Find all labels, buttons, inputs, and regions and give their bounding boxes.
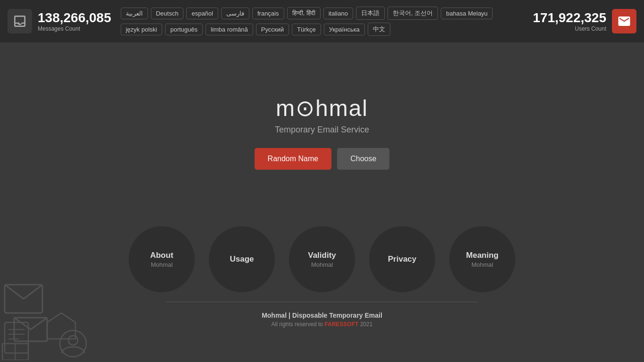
circle-title: Usage (230, 255, 254, 264)
language-button[interactable]: język polski (121, 24, 162, 35)
header-right: 171,922,325 Users Count (533, 9, 636, 33)
language-button[interactable]: 中文 (368, 23, 390, 36)
language-button[interactable]: français (252, 8, 284, 19)
users-label: Users Count (575, 25, 606, 32)
circle-title: About (150, 251, 173, 260)
language-button[interactable]: 한국어, 조선어 (388, 7, 438, 20)
circle-item[interactable]: AboutMohmal (129, 226, 195, 292)
mail-icon-box[interactable] (612, 9, 636, 33)
language-button[interactable]: limba română (206, 24, 253, 35)
circle-item[interactable]: MeaningMohmal (449, 226, 515, 292)
circle-subtitle: Mohmal (311, 261, 333, 268)
footer-divider (166, 302, 478, 302)
svg-point-8 (68, 336, 78, 345)
random-name-button[interactable]: Random Name (255, 148, 332, 170)
footer-copy-text: All rights reserved to (272, 321, 325, 328)
tagline: Temporary Email Service (275, 125, 369, 135)
footer-year: 2021 (358, 321, 372, 328)
circle-title: Validity (308, 251, 336, 260)
circle-subtitle: Mohmal (471, 261, 493, 268)
circle-title: Meaning (466, 251, 499, 260)
messages-label: Messages Count (38, 25, 111, 32)
svg-rect-9 (2, 344, 28, 360)
language-button[interactable]: español (186, 8, 218, 19)
language-button[interactable]: Türkçe (292, 24, 321, 35)
language-button[interactable]: bahasa Melayu (441, 8, 493, 19)
choose-button[interactable]: Choose (337, 148, 389, 170)
inbox-icon-box (8, 9, 32, 33)
footer: Mohmal | Disposable Temporary Email All … (0, 312, 644, 332)
languages-list: العربيةDeutschespañolفارسیfrançaisहिन्दी… (121, 7, 524, 36)
messages-count: 138,266,085 (38, 10, 111, 25)
inbox-icon (12, 14, 27, 29)
circle-item[interactable]: ValidityMohmal (289, 226, 355, 292)
circle-subtitle: Mohmal (151, 261, 173, 268)
circle-title: Privacy (388, 255, 417, 264)
language-button[interactable]: Українська (324, 24, 365, 35)
header: 138,266,085 Messages Count العربيةDeutsc… (0, 0, 644, 42)
mail-icon (617, 14, 631, 28)
language-button[interactable]: العربية (121, 8, 148, 19)
language-button[interactable]: Deutsch (151, 8, 184, 19)
circle-item[interactable]: Privacy (369, 226, 435, 292)
logo-title: m⊙hmal (276, 95, 368, 121)
footer-copy: All rights reserved to FARESSOFT 2021 (0, 321, 644, 328)
language-button[interactable]: हिन्दी, हिंदी (287, 7, 321, 19)
language-button[interactable]: 日本語 (356, 7, 385, 20)
messages-count-block: 138,266,085 Messages Count (38, 10, 111, 32)
svg-point-7 (60, 330, 86, 357)
language-button[interactable]: فارسی (221, 8, 249, 19)
language-button[interactable]: português (165, 24, 203, 35)
action-buttons: Random Name Choose (255, 148, 390, 170)
header-left: 138,266,085 Messages Count (8, 9, 111, 33)
main-content: m⊙hmal Temporary Email Service Random Na… (0, 42, 644, 222)
footer-title: Mohmal | Disposable Temporary Email (0, 312, 644, 319)
circle-item[interactable]: Usage (209, 226, 275, 292)
circles-section: AboutMohmalUsageValidityMohmalPrivacyMea… (0, 226, 644, 292)
language-button[interactable]: Русский (256, 24, 289, 35)
users-count-block: 171,922,325 Users Count (533, 10, 606, 32)
footer-brand: FARESSOFT (324, 321, 358, 328)
users-count: 171,922,325 (533, 10, 606, 25)
language-button[interactable]: italiano (323, 8, 353, 19)
